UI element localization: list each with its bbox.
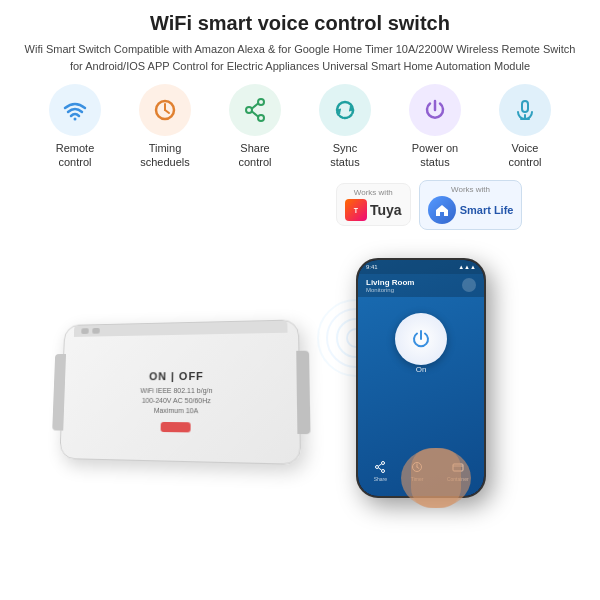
svg-line-17: [379, 464, 382, 466]
feature-label-remote: Remotecontrol: [56, 141, 95, 170]
features-row: Remotecontrol Timingscheduels: [16, 84, 584, 170]
feature-sync: Syncstatus: [304, 84, 386, 170]
switch-button-red[interactable]: [161, 421, 191, 431]
svg-line-18: [379, 468, 382, 470]
remote-control-icon-wrap: [49, 84, 101, 136]
hand-svg: [386, 378, 486, 508]
switch-top: [74, 320, 288, 336]
home-icon: [434, 202, 450, 218]
content-row: ON | OFF WiFi IEEE 802.11 b/g/n 100-240V…: [16, 180, 584, 592]
hand-area: [386, 378, 486, 508]
tuya-works-with: Works with: [354, 188, 393, 197]
svg-line-8: [252, 112, 258, 117]
svg-line-3: [165, 110, 169, 113]
feature-label-share: Sharecontrol: [238, 141, 271, 170]
switch-device: ON | OFF WiFi IEEE 802.11 b/g/n 100-240V…: [59, 319, 301, 465]
phone-signal: ▲▲▲: [458, 264, 476, 270]
phone-power-label: On: [358, 365, 484, 374]
feature-share: Sharecontrol: [214, 84, 296, 170]
product-page: WiFi smart voice control switch Wifi Sma…: [0, 0, 600, 600]
feature-label-timing: Timingscheduels: [140, 141, 190, 170]
page-title: WiFi smart voice control switch: [150, 12, 450, 35]
power-circle-icon: [410, 328, 432, 350]
svg-line-7: [252, 104, 258, 109]
phone-power-button[interactable]: [395, 313, 447, 365]
feature-voice: Voicecontrol: [484, 84, 566, 170]
sync-icon: [331, 96, 359, 124]
svg-point-4: [258, 99, 264, 105]
svg-rect-25: [411, 448, 461, 508]
on-off-label: ON | OFF: [149, 370, 204, 382]
page-subtitle: Wifi Smart Switch Compatible with Amazon…: [20, 41, 580, 74]
phone-header: Living Room Monitoring: [358, 274, 484, 297]
voice-icon-wrap: [499, 84, 551, 136]
feature-remote-control: Remotecontrol: [34, 84, 116, 170]
wifi-icon: [61, 96, 89, 124]
phone-status-bar: 9:41 ▲▲▲: [358, 260, 484, 274]
share-icon-wrap: [229, 84, 281, 136]
svg-point-14: [382, 461, 385, 464]
svg-point-16: [382, 469, 385, 472]
share-icon: [241, 96, 269, 124]
switch-specs: WiFi IEEE 802.11 b/g/n 100-240V AC 50/60…: [140, 386, 213, 416]
right-area: Works with T Tuya Works with S: [336, 180, 584, 592]
sync-icon-wrap: [319, 84, 371, 136]
phone-menu-icon: [462, 278, 476, 292]
smartlife-works-with: Works with: [451, 185, 490, 194]
switch-notch-1: [81, 328, 89, 334]
clock-icon: [151, 96, 179, 124]
smartlife-text: Smart Life: [460, 204, 514, 216]
tuya-text: Tuya: [370, 202, 402, 218]
power-icon: [421, 96, 449, 124]
power-icon-wrap: [409, 84, 461, 136]
svg-point-6: [258, 115, 264, 121]
svg-point-15: [376, 465, 379, 468]
phone-control-area: [358, 297, 484, 373]
svg-point-5: [246, 107, 252, 113]
feature-label-power: Power onstatus: [412, 141, 458, 170]
timing-icon-wrap: [139, 84, 191, 136]
switch-notch-2: [92, 328, 100, 334]
feature-timing: Timingscheduels: [124, 84, 206, 170]
phone-room: Living Room: [366, 278, 414, 287]
voice-icon: [511, 96, 539, 124]
svg-rect-10: [522, 101, 528, 112]
feature-label-voice: Voicecontrol: [508, 141, 541, 170]
feature-label-sync: Syncstatus: [330, 141, 359, 170]
phone-area: 9:41 ▲▲▲ Living Room Monitoring: [276, 218, 506, 498]
svg-point-0: [74, 118, 77, 121]
phone-time: 9:41: [366, 264, 378, 270]
switch-body: ON | OFF WiFi IEEE 802.11 b/g/n 100-240V…: [60, 340, 300, 463]
feature-power: Power onstatus: [394, 84, 476, 170]
phone-sub: Monitoring: [366, 287, 414, 293]
